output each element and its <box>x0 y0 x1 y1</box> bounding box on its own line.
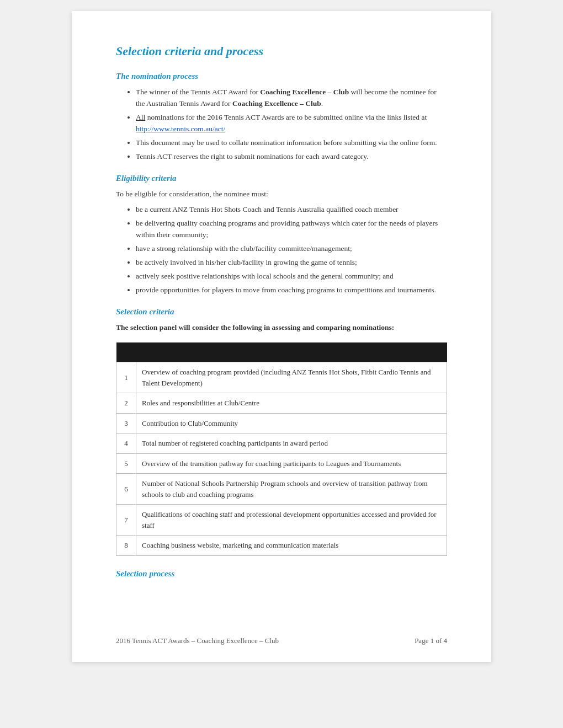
table-row: 5 Overview of the transition pathway for… <box>116 453 447 474</box>
row-number-1: 1 <box>116 362 136 393</box>
bullet2-text: nominations for the 2016 Tennis ACT Awar… <box>145 113 427 121</box>
bullet1-bold1: Coaching Excellence – Club <box>260 88 349 96</box>
eligibility-bullet-3: have a strong relationship with the club… <box>136 243 447 255</box>
eligibility-bullet-4: be actively involved in his/her club/fac… <box>136 257 447 269</box>
bullet2-all: All <box>136 113 145 121</box>
nomination-section: The nomination process The winner of the… <box>116 72 447 163</box>
page-footer: 2016 Tennis ACT Awards – Coaching Excell… <box>72 636 491 645</box>
nomination-bullets: The winner of the Tennis ACT Award for C… <box>136 87 447 163</box>
row-desc-7: Qualifications of coaching staff and pro… <box>136 505 447 536</box>
eligibility-section: Eligibility criteria To be eligible for … <box>116 174 447 296</box>
bullet1-text3: . <box>321 99 323 108</box>
nomination-bullet-1: The winner of the Tennis ACT Award for C… <box>136 87 447 110</box>
selection-process-section: Selection process <box>116 569 447 579</box>
row-desc-2: Roles and responsibilities at Club/Centr… <box>136 393 447 414</box>
selection-criteria-title: Selection criteria <box>116 307 447 317</box>
panel-text: The selection panel will consider the fo… <box>116 322 447 334</box>
table-row: 2 Roles and responsibilities at Club/Cen… <box>116 393 447 414</box>
bullet3-text: This document may be used to collate nom… <box>136 138 437 147</box>
table-row: 3 Contribution to Club/Community <box>116 413 447 433</box>
row-number-6: 6 <box>116 474 136 505</box>
footer-left: 2016 Tennis ACT Awards – Coaching Excell… <box>116 636 279 645</box>
row-number-3: 3 <box>116 413 136 433</box>
table-row: 4 Total number of registered coaching pa… <box>116 433 447 454</box>
row-number-8: 8 <box>116 536 136 556</box>
nomination-link[interactable]: http://www.tennis.com.au/act/ <box>136 125 225 133</box>
eligibility-bullet-2: be delivering quality coaching programs … <box>136 218 447 241</box>
nomination-title: The nomination process <box>116 72 447 81</box>
nomination-bullet-4: Tennis ACT reserves the right to submit … <box>136 151 447 163</box>
table-row: 7 Qualifications of coaching staff and p… <box>116 505 447 536</box>
table-row: 6 Number of National Schools Partnership… <box>116 474 447 505</box>
table-row: 1 Overview of coaching program provided … <box>116 362 447 393</box>
nomination-bullet-2: All nominations for the 2016 Tennis ACT … <box>136 112 447 135</box>
eligibility-bullet-1: be a current ANZ Tennis Hot Shots Coach … <box>136 204 447 216</box>
eligibility-bullet-5: actively seek positive relationships wit… <box>136 271 447 282</box>
document-page: Selection criteria and process The nomin… <box>72 11 491 662</box>
selection-criteria-section: Selection criteria The selection panel w… <box>116 307 447 556</box>
row-desc-4: Total number of registered coaching part… <box>136 433 447 454</box>
eligibility-intro: To be eligible for consideration, the no… <box>116 189 447 200</box>
bullet1-bold2: Coaching Excellence – Club <box>232 99 321 108</box>
row-desc-8: Coaching business website, marketing and… <box>136 536 447 556</box>
table-row: 8 Coaching business website, marketing a… <box>116 536 447 556</box>
bullet1-text1: The winner of the Tennis ACT Award for <box>136 88 260 96</box>
nomination-bullet-3: This document may be used to collate nom… <box>136 137 447 149</box>
eligibility-title: Eligibility criteria <box>116 174 447 183</box>
row-number-7: 7 <box>116 505 136 536</box>
selection-process-title: Selection process <box>116 569 447 579</box>
row-desc-3: Contribution to Club/Community <box>136 413 447 433</box>
row-desc-5: Overview of the transition pathway for c… <box>136 453 447 474</box>
row-number-4: 4 <box>116 433 136 454</box>
table-header-row <box>116 342 447 362</box>
table-header-cell <box>116 342 447 362</box>
eligibility-bullets: be a current ANZ Tennis Hot Shots Coach … <box>136 204 447 296</box>
eligibility-bullet-6: provide opportunities for players to mov… <box>136 285 447 296</box>
main-title: Selection criteria and process <box>116 44 447 58</box>
row-number-5: 5 <box>116 453 136 474</box>
row-desc-6: Number of National Schools Partnership P… <box>136 474 447 505</box>
row-desc-1: Overview of coaching program provided (i… <box>136 362 447 393</box>
footer-right: Page 1 of 4 <box>415 636 447 645</box>
criteria-table: 1 Overview of coaching program provided … <box>116 342 447 556</box>
row-number-2: 2 <box>116 393 136 414</box>
bullet4-text: Tennis ACT reserves the right to submit … <box>136 152 369 160</box>
